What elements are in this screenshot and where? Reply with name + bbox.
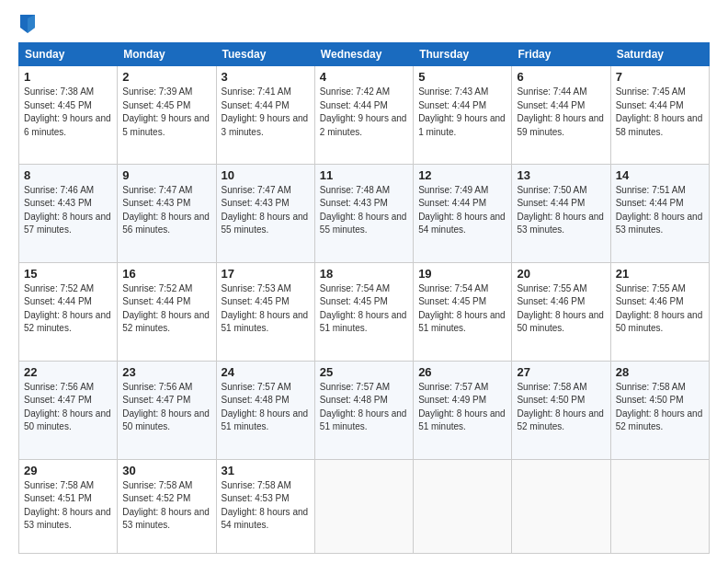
day-info: Sunrise: 7:49 AMSunset: 4:44 PMDaylight:… (418, 184, 506, 237)
day-header-monday: Monday (118, 43, 216, 66)
day-number: 27 (517, 365, 605, 379)
day-number: 31 (222, 464, 310, 477)
day-info: Sunrise: 7:42 AMSunset: 4:44 PMDaylight:… (320, 86, 408, 139)
day-number: 3 (222, 70, 310, 84)
calendar-day-cell: 31Sunrise: 7:58 AMSunset: 4:53 PMDayligh… (216, 459, 314, 553)
day-info: Sunrise: 7:45 AMSunset: 4:44 PMDaylight:… (616, 86, 704, 139)
calendar-day-cell: 17Sunrise: 7:53 AMSunset: 4:45 PMDayligh… (216, 262, 314, 361)
day-info: Sunrise: 7:50 AMSunset: 4:44 PMDaylight:… (517, 184, 605, 237)
day-info: Sunrise: 7:57 AMSunset: 4:48 PMDaylight:… (222, 381, 310, 434)
calendar-table: SundayMondayTuesdayWednesdayThursdayFrid… (18, 42, 710, 554)
calendar-week-row: 8Sunrise: 7:46 AMSunset: 4:43 PMDaylight… (19, 164, 710, 262)
day-number: 28 (616, 365, 704, 379)
day-info: Sunrise: 7:57 AMSunset: 4:48 PMDaylight:… (320, 381, 408, 434)
day-info: Sunrise: 7:58 AMSunset: 4:51 PMDaylight:… (24, 479, 112, 533)
calendar-day-cell: 8Sunrise: 7:46 AMSunset: 4:43 PMDaylight… (19, 164, 118, 262)
calendar-day-cell: 16Sunrise: 7:52 AMSunset: 4:44 PMDayligh… (118, 262, 216, 361)
calendar-day-cell: 21Sunrise: 7:55 AMSunset: 4:46 PMDayligh… (610, 262, 709, 361)
day-header-thursday: Thursday (414, 43, 512, 66)
day-number: 30 (122, 464, 210, 477)
day-number: 13 (517, 168, 605, 182)
calendar-day-cell: 26Sunrise: 7:57 AMSunset: 4:49 PMDayligh… (414, 361, 512, 459)
day-info: Sunrise: 7:57 AMSunset: 4:49 PMDaylight:… (418, 381, 506, 434)
day-info: Sunrise: 7:44 AMSunset: 4:44 PMDaylight:… (517, 86, 605, 139)
day-info: Sunrise: 7:58 AMSunset: 4:50 PMDaylight:… (517, 381, 605, 434)
day-number: 16 (122, 267, 210, 281)
calendar-day-cell: 3Sunrise: 7:41 AMSunset: 4:44 PMDaylight… (216, 66, 314, 165)
day-info: Sunrise: 7:52 AMSunset: 4:44 PMDaylight:… (24, 282, 112, 336)
day-info: Sunrise: 7:41 AMSunset: 4:44 PMDaylight:… (222, 86, 310, 139)
day-header-saturday: Saturday (610, 43, 709, 66)
day-number: 14 (616, 168, 704, 182)
calendar-day-cell: 18Sunrise: 7:54 AMSunset: 4:45 PMDayligh… (314, 262, 413, 361)
day-number: 15 (24, 267, 112, 281)
day-header-friday: Friday (512, 43, 610, 66)
day-number: 9 (122, 168, 210, 182)
day-number: 12 (418, 168, 506, 182)
calendar-day-cell: 15Sunrise: 7:52 AMSunset: 4:44 PMDayligh… (19, 262, 118, 361)
calendar-day-cell: 7Sunrise: 7:45 AMSunset: 4:44 PMDaylight… (610, 66, 709, 165)
day-info: Sunrise: 7:56 AMSunset: 4:47 PMDaylight:… (122, 381, 210, 434)
day-info: Sunrise: 7:52 AMSunset: 4:44 PMDaylight:… (122, 282, 210, 336)
logo (18, 15, 35, 33)
day-info: Sunrise: 7:47 AMSunset: 4:43 PMDaylight:… (122, 184, 210, 237)
empty-cell (414, 459, 512, 553)
day-number: 29 (24, 464, 112, 477)
day-number: 24 (222, 365, 310, 379)
calendar-day-cell: 13Sunrise: 7:50 AMSunset: 4:44 PMDayligh… (512, 164, 610, 262)
empty-cell (610, 459, 709, 553)
day-number: 8 (24, 168, 112, 182)
day-info: Sunrise: 7:58 AMSunset: 4:50 PMDaylight:… (616, 381, 704, 434)
day-info: Sunrise: 7:54 AMSunset: 4:45 PMDaylight:… (418, 282, 506, 336)
day-info: Sunrise: 7:51 AMSunset: 4:44 PMDaylight:… (616, 184, 704, 237)
day-info: Sunrise: 7:47 AMSunset: 4:43 PMDaylight:… (222, 184, 310, 237)
day-info: Sunrise: 7:38 AMSunset: 4:45 PMDaylight:… (24, 86, 112, 139)
day-number: 21 (616, 267, 704, 281)
calendar-day-cell: 9Sunrise: 7:47 AMSunset: 4:43 PMDaylight… (118, 164, 216, 262)
page: SundayMondayTuesdayWednesdayThursdayFrid… (0, 0, 728, 563)
calendar-day-cell: 14Sunrise: 7:51 AMSunset: 4:44 PMDayligh… (610, 164, 709, 262)
logo-icon (20, 15, 35, 33)
calendar-day-cell: 19Sunrise: 7:54 AMSunset: 4:45 PMDayligh… (414, 262, 512, 361)
day-number: 19 (418, 267, 506, 281)
calendar-header-row: SundayMondayTuesdayWednesdayThursdayFrid… (19, 43, 710, 66)
calendar-day-cell: 24Sunrise: 7:57 AMSunset: 4:48 PMDayligh… (216, 361, 314, 459)
day-number: 5 (418, 70, 506, 84)
calendar-day-cell: 1Sunrise: 7:38 AMSunset: 4:45 PMDaylight… (19, 66, 118, 165)
day-info: Sunrise: 7:55 AMSunset: 4:46 PMDaylight:… (517, 282, 605, 336)
day-header-wednesday: Wednesday (314, 43, 413, 66)
calendar-day-cell: 20Sunrise: 7:55 AMSunset: 4:46 PMDayligh… (512, 262, 610, 361)
empty-cell (314, 459, 413, 553)
calendar-week-row: 15Sunrise: 7:52 AMSunset: 4:44 PMDayligh… (19, 262, 710, 361)
day-number: 18 (320, 267, 408, 281)
day-header-tuesday: Tuesday (216, 43, 314, 66)
calendar-day-cell: 4Sunrise: 7:42 AMSunset: 4:44 PMDaylight… (314, 66, 413, 165)
calendar-week-row: 1Sunrise: 7:38 AMSunset: 4:45 PMDaylight… (19, 66, 710, 165)
day-number: 7 (616, 70, 704, 84)
calendar-day-cell: 11Sunrise: 7:48 AMSunset: 4:43 PMDayligh… (314, 164, 413, 262)
day-info: Sunrise: 7:39 AMSunset: 4:45 PMDaylight:… (122, 86, 210, 139)
calendar-day-cell: 5Sunrise: 7:43 AMSunset: 4:44 PMDaylight… (414, 66, 512, 165)
calendar-day-cell: 22Sunrise: 7:56 AMSunset: 4:47 PMDayligh… (19, 361, 118, 459)
day-number: 20 (517, 267, 605, 281)
day-number: 26 (418, 365, 506, 379)
day-info: Sunrise: 7:43 AMSunset: 4:44 PMDaylight:… (418, 86, 506, 139)
day-info: Sunrise: 7:56 AMSunset: 4:47 PMDaylight:… (24, 381, 112, 434)
calendar-week-row: 29Sunrise: 7:58 AMSunset: 4:51 PMDayligh… (19, 459, 710, 553)
day-number: 23 (122, 365, 210, 379)
calendar-day-cell: 29Sunrise: 7:58 AMSunset: 4:51 PMDayligh… (19, 459, 118, 553)
calendar-week-row: 22Sunrise: 7:56 AMSunset: 4:47 PMDayligh… (19, 361, 710, 459)
day-number: 11 (320, 168, 408, 182)
calendar-day-cell: 28Sunrise: 7:58 AMSunset: 4:50 PMDayligh… (610, 361, 709, 459)
calendar-day-cell: 6Sunrise: 7:44 AMSunset: 4:44 PMDaylight… (512, 66, 610, 165)
header (18, 15, 710, 33)
day-info: Sunrise: 7:48 AMSunset: 4:43 PMDaylight:… (320, 184, 408, 237)
calendar-day-cell: 23Sunrise: 7:56 AMSunset: 4:47 PMDayligh… (118, 361, 216, 459)
calendar-day-cell: 10Sunrise: 7:47 AMSunset: 4:43 PMDayligh… (216, 164, 314, 262)
empty-cell (512, 459, 610, 553)
calendar-day-cell: 12Sunrise: 7:49 AMSunset: 4:44 PMDayligh… (414, 164, 512, 262)
day-info: Sunrise: 7:53 AMSunset: 4:45 PMDaylight:… (222, 282, 310, 336)
day-info: Sunrise: 7:54 AMSunset: 4:45 PMDaylight:… (320, 282, 408, 336)
day-info: Sunrise: 7:58 AMSunset: 4:53 PMDaylight:… (222, 479, 310, 533)
calendar-day-cell: 27Sunrise: 7:58 AMSunset: 4:50 PMDayligh… (512, 361, 610, 459)
